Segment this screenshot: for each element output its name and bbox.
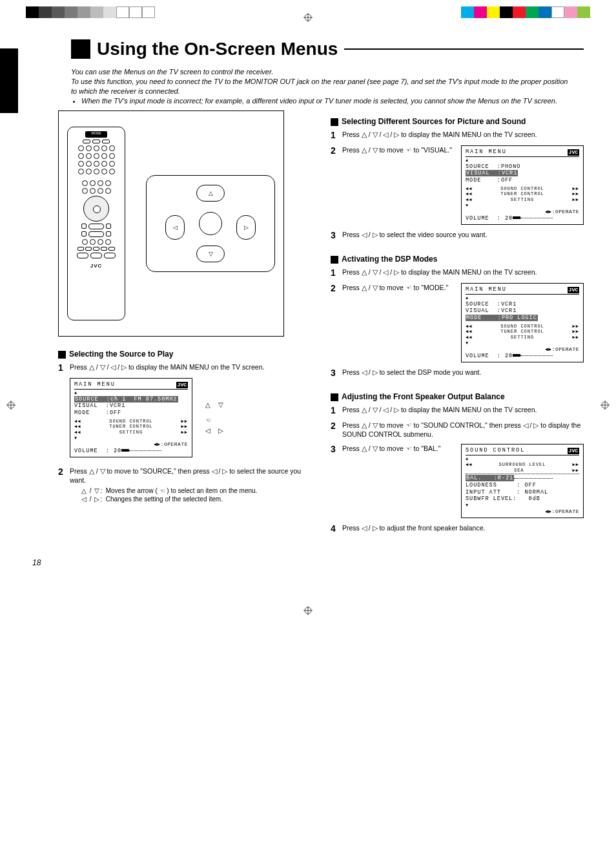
left-column: MODE JVC △ ▽ (58, 110, 311, 538)
pointer-icon: ☞ (406, 145, 412, 154)
pointer-icon: ☞ (205, 415, 211, 426)
osd-operate: :OPERATE (552, 346, 579, 352)
osd-nav-up-icon: ▲ (466, 456, 579, 462)
step-number: 3 (331, 230, 342, 240)
osd-item: SOUND CONTROL (500, 186, 544, 192)
remote-display: MODE (85, 131, 107, 138)
page-title: Using the On-Screen Menus (97, 39, 338, 59)
registration-mark-icon (303, 13, 313, 22)
heading-square-icon (331, 256, 338, 264)
step: 3 Press ◁ / ▷ to select the video source… (331, 230, 584, 240)
osd-operate: :OPERATE (552, 209, 579, 214)
section-heading: Adjusting the Front Speaker Output Balan… (331, 392, 584, 401)
step: 2 Press △ / ▽ to move ☞ to "VISUAL." MAI… (331, 145, 584, 225)
title-rule (344, 48, 584, 50)
step-sub-text: Moves the arrow ( ☞ ) to select an item … (106, 487, 258, 494)
section-heading: Selecting Different Sources for Picture … (331, 117, 584, 126)
pointer-icon: ☞ (406, 421, 412, 430)
dpad-left-icon: ◁ (165, 215, 185, 240)
arrow-leftright-icon: ◁ / ▷ (81, 496, 100, 503)
dpad-down-icon: ▽ (196, 246, 225, 262)
intro-bullet: When the TV's input mode is incorrect; f… (81, 96, 571, 106)
osd-item: SEA (514, 468, 524, 474)
arrow-updown-icon: △ / ▽ (81, 487, 100, 494)
osd-item: TUNER CONTROL (500, 329, 544, 335)
step-text: Press △ / ▽ to move ☞ to "MODE." (342, 283, 455, 292)
intro-block: You can use the Menus on the TV screen t… (71, 67, 571, 105)
dpad-icon (83, 196, 109, 222)
osd-visual-line: VISUAL :VCR1 (74, 403, 188, 410)
pointer-icon: ☞ (159, 486, 165, 496)
step: 3 Press ◁ / ▷ to select the DSP mode you… (331, 368, 584, 378)
osd-operate-icon: ◀▶ (545, 346, 552, 352)
step-text: Press △ / ▽ to move ☞ to "SOUND CONTROL,… (342, 421, 584, 439)
step-number: 3 (331, 368, 342, 378)
step: 2 Press △ / ▽ to move ☞ to "SOUND CONTRO… (331, 421, 584, 439)
step-number: 4 (331, 523, 342, 534)
calibration-colorbar-left (26, 6, 155, 18)
step-text: Press △ / ▽ to move ☞ to "BAL." (342, 444, 455, 453)
osd-operate-icon: ◀▶ (545, 508, 552, 514)
registration-mark-icon (601, 401, 610, 410)
step-text: Press △ / ▽ / ◁ / ▷ to display the MAIN … (342, 405, 584, 415)
step: 3 Press △ / ▽ to move ☞ to "BAL." SOUND … (331, 444, 584, 518)
arrow-updown-icon: △ ▽ (205, 400, 224, 410)
step: 1 Press △ / ▽ / ◁ / ▷ to display the MAI… (331, 267, 584, 278)
dpad-center-icon (199, 212, 222, 235)
registration-mark-icon (32, 606, 584, 616)
step-text: Press △ / ▽ / ◁ / ▷ to display the MAIN … (70, 362, 311, 371)
step: 1 Press △ / ▽ / ◁ / ▷ to display the MAI… (331, 130, 584, 140)
osd-nav-up-icon: ▲ (466, 295, 579, 301)
arrow-leftright-icon: ◁ ▷ (205, 426, 224, 436)
step-text: Press ◁ / ▷ to select the video source y… (342, 230, 584, 240)
step-number: 1 (331, 405, 342, 415)
step-sub-text: Changes the setting of the selected item… (106, 496, 223, 503)
dpad-up-icon: △ (196, 185, 225, 202)
osd-callout: △ ▽ ☞ ◁ ▷ (205, 400, 224, 436)
remote-illustration: MODE JVC (67, 127, 125, 320)
section-heading: Selecting the Source to Play (58, 350, 311, 359)
pointer-icon: ☞ (406, 283, 412, 292)
step: 2 Press △ / ▽ to move to "SOURCE," then … (58, 466, 311, 503)
jvc-badge: JVC (176, 382, 188, 388)
heading-square-icon (58, 351, 66, 359)
osd-loudness-line: LOUDNESS : OFF (466, 482, 579, 489)
osd-screenshot: MAIN MENU JVC ▲ SOURCE :PHONO VISUAL :VC… (461, 145, 584, 225)
osd-title: SOUND CONTROL (466, 447, 525, 454)
step-text: Press ◁ / ▷ to adjust the front speaker … (342, 523, 584, 534)
step-number: 3 (331, 444, 342, 518)
dpad-right-icon: ▷ (236, 215, 256, 240)
registration-mark-icon (6, 401, 15, 410)
intro-p2: To use this function, you need to connec… (71, 77, 571, 96)
step-text: Press ◁ / ▷ to select the DSP mode you w… (342, 368, 584, 378)
osd-nav-down-icon: ▼ (466, 340, 579, 346)
osd-visual-line: VISUAL :VCR1 (466, 170, 518, 176)
step-number: 2 (331, 421, 342, 439)
osd-source-line: SOURCE :PHONO (466, 163, 579, 171)
osd-mode-line: MODE :OFF (466, 177, 579, 184)
heading-text: Selecting the Source to Play (69, 350, 173, 359)
osd-volume: VOLUME : 20 (74, 448, 121, 454)
heading-text: Adjusting the Front Speaker Output Balan… (342, 392, 505, 401)
step-number: 1 (58, 362, 70, 373)
heading-square-icon (331, 118, 338, 126)
osd-nav-up-icon: ▲ (466, 158, 579, 163)
dpad-zoom-illustration: △ ▽ ◁ ▷ (146, 175, 275, 272)
intro-p1: You can use the Menus on the TV screen t… (71, 67, 571, 77)
step: 1 Press △ / ▽ / ◁ / ▷ to display the MAI… (331, 405, 584, 415)
osd-nav-down-icon: ▼ (74, 435, 188, 441)
osd-screenshot: SOUND CONTROL JVC ▲ ◀◀SURROUND LEVEL▶▶ S… (461, 444, 584, 518)
step-text: Press △ / ▽ to move to "SOURCE," then pr… (70, 466, 311, 485)
osd-item: SETTING (511, 197, 534, 203)
osd-nav-up-icon: ▲ (74, 390, 188, 396)
osd-mode-line: MODE :PRO LOGIC (466, 315, 538, 321)
step-number: 1 (331, 130, 342, 140)
osd-item: SETTING (119, 430, 143, 435)
step-text: Press △ / ▽ / ◁ / ▷ to display the MAIN … (342, 267, 584, 278)
osd-operate-icon: ◀▶ (154, 441, 161, 447)
step: 1 Press △ / ▽ / ◁ / ▷ to display the MAI… (58, 362, 311, 373)
heading-square-icon (331, 393, 338, 401)
step-number: 2 (331, 145, 342, 225)
osd-source-line: SOURCE :ch 1 FM 87.50MHz (74, 396, 178, 403)
page-edge-tab (0, 48, 18, 113)
